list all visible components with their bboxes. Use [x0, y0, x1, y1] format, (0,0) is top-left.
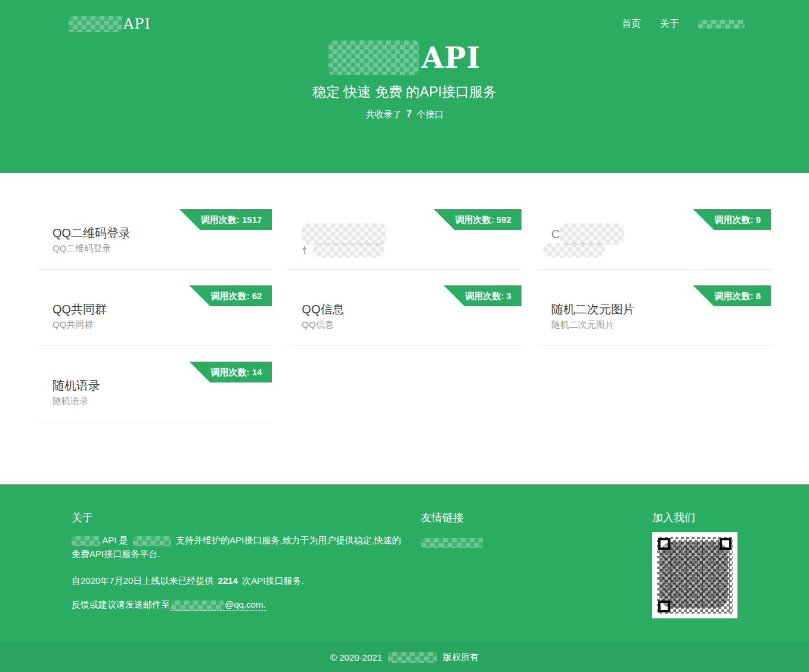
logo-suffix: API [123, 15, 151, 32]
total-calls-number: 2214 [218, 575, 238, 586]
api-card-redacted-2[interactable]: 调用次数: 9 C [537, 209, 771, 270]
links-heading: 友情链接 [421, 511, 634, 525]
main-nav: 首页 关于 [622, 18, 745, 30]
api-card-random-quote[interactable]: 调用次数: 14 随机语录 随机语录 [38, 362, 272, 422]
api-subtitle-redacted [537, 241, 771, 256]
qr-code-image [652, 532, 737, 618]
api-list-section: 调用次数: 1517 QQ二维码登录 QQ二维码登录 调用次数: 592 忄 调… [0, 173, 809, 484]
redacted-title [560, 223, 624, 245]
redacted-friend-link[interactable] [421, 538, 483, 548]
footer-links: 友情链接 [421, 511, 634, 618]
copyright-suffix: 版权所有 [443, 652, 479, 663]
api-subtitle: QQ共同群 [38, 316, 272, 331]
about-heading: 关于 [72, 511, 403, 525]
about-p3-a: 反馈或建议请发送邮件至 [72, 599, 170, 609]
copyright-years: © 2020-2021 [330, 652, 382, 662]
redacted-subtitle [313, 243, 385, 257]
hero-title: API [0, 41, 809, 75]
site-logo[interactable]: API [69, 15, 151, 32]
contact-email-link[interactable]: @qq.com. [170, 599, 266, 611]
api-subtitle: 随机二次元图片 [537, 316, 771, 331]
api-card-random-anime-image[interactable]: 调用次数: 8 随机二次元图片 随机二次元图片 [537, 285, 771, 346]
redacted-title [302, 223, 386, 245]
hero-api-count: 共收录了 7 个接口 [0, 109, 809, 120]
nav-item-home[interactable]: 首页 [622, 18, 641, 30]
hero-subtitle: 稳定 快速 免费 的API接口服务 [0, 83, 809, 101]
remnant-char: C [551, 227, 560, 241]
footer-section: 关于 API 是 支持并维护的API接口服务,致力于为用户提供稳定,快速的免费A… [0, 484, 809, 642]
about-p2-b: 次API接口服务. [242, 575, 303, 586]
api-card-redacted-1[interactable]: 调用次数: 592 忄 [287, 209, 521, 270]
api-card-qq-common-group[interactable]: 调用次数: 62 QQ共同群 QQ共同群 [38, 285, 272, 346]
email-domain: @qq.com. [225, 599, 266, 609]
count-number: 7 [407, 109, 412, 119]
api-card-qq-qrcode-login[interactable]: 调用次数: 1517 QQ二维码登录 QQ二维码登录 [38, 209, 272, 270]
about-paragraph-2: 自2020年7月20日上线以来已经提供 2214 次API接口服务. [72, 574, 403, 587]
api-subtitle-redacted: 忄 [287, 241, 521, 256]
copyright-bar: © 2020-2021 版权所有 [0, 642, 809, 672]
remnant-char: 忄 [302, 244, 311, 256]
count-prefix: 共收录了 [365, 109, 401, 119]
redacted-site-name [72, 536, 100, 546]
api-subtitle: QQ二维码登录 [38, 240, 272, 254]
redacted-owner-name [388, 652, 437, 663]
about-paragraph-3: 反馈或建议请发送邮件至@qq.com. [72, 598, 403, 611]
redacted-nav-label [698, 20, 745, 29]
hero-content: API 稳定 快速 免费 的API接口服务 共收录了 7 个接口 [0, 41, 809, 120]
redacted-subtitle [543, 243, 605, 257]
about-paragraph-1: API 是 支持并维护的API接口服务,致力于为用户提供稳定,快速的免费API接… [72, 533, 403, 561]
top-navbar: API 首页 关于 [0, 0, 809, 32]
nav-item-redacted[interactable] [698, 18, 745, 29]
about-p1-a: API 是 [102, 535, 128, 545]
count-suffix: 个接口 [417, 109, 444, 119]
footer-about: 关于 API 是 支持并维护的API接口服务,致力于为用户提供稳定,快速的免费A… [72, 511, 403, 618]
api-grid: 调用次数: 1517 QQ二维码登录 QQ二维码登录 调用次数: 592 忄 调… [38, 173, 771, 422]
footer-columns: 关于 API 是 支持并维护的API接口服务,致力于为用户提供稳定,快速的免费A… [0, 484, 809, 618]
redacted-maintainer-name [133, 536, 171, 546]
redacted-qr-center [660, 542, 728, 608]
api-subtitle: 随机语录 [38, 393, 272, 407]
hero-section: API 首页 关于 API 稳定 快速 免费 的API接口服务 共收录了 7 个… [0, 0, 809, 173]
join-heading: 加入我们 [652, 511, 742, 525]
redacted-logo-text [69, 16, 122, 32]
footer-join: 加入我们 [652, 511, 742, 618]
redacted-email-user [171, 601, 224, 611]
hero-title-suffix: API [421, 41, 481, 74]
redacted-hero-title [328, 41, 419, 75]
api-subtitle: QQ信息 [287, 316, 521, 331]
api-card-qq-info[interactable]: 调用次数: 3 QQ信息 QQ信息 [287, 285, 521, 346]
nav-item-about[interactable]: 关于 [660, 18, 679, 30]
about-p2-a: 自2020年7月20日上线以来已经提供 [72, 575, 213, 586]
